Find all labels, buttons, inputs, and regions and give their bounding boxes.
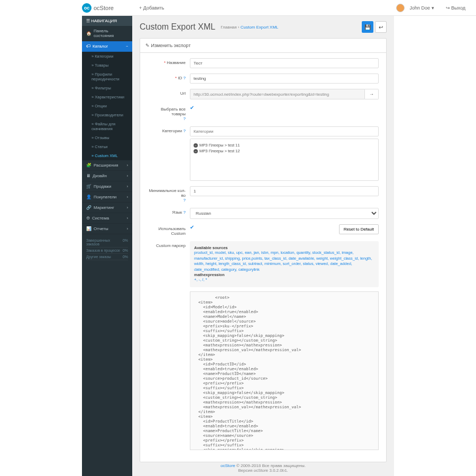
category-item[interactable]: −МРЗ Плееры > test 12 [194,148,375,154]
sidebar-sub-item[interactable]: » Товары [82,61,132,70]
sidebar-title: ☰ НАВИГАЦИЯ [82,16,132,26]
reset-default-button[interactable]: Reset to Default [339,224,379,234]
logo-text: ocStore [94,5,114,11]
breadcrumb-current[interactable]: Custom Export XML [241,25,279,30]
panel-title: ✎ Изменить экспорт [140,39,386,53]
sidebar-item-sales[interactable]: 🛒 Продажи› [82,181,132,192]
min-qty-input[interactable] [190,186,379,196]
sidebar-item-dashboard[interactable]: 🏠 Панель состояния [82,26,132,41]
sidebar-stat-row: Другие заказы0% [86,254,128,260]
sidebar-item-customers[interactable]: 👤 Покупатели› [82,192,132,203]
breadcrumb: Главная › Custom Export XML [221,25,278,30]
name-input[interactable] [190,58,379,68]
back-button[interactable]: ↩ [375,21,387,33]
footer: ocStore © 2009-2018 Все права защищены. … [132,463,394,473]
categories-label: Категории ? [148,126,190,133]
sidebar-sub-item[interactable]: » Категории [82,52,132,61]
parser-label: Custom парсер [148,241,190,248]
use-custom-checkbox[interactable]: ✔ [190,224,194,230]
sidebar-sub-item[interactable]: » Статьи [82,142,132,151]
footer-link[interactable]: ocStore [221,463,235,468]
logout-link[interactable]: ↪ Выход [446,5,465,11]
sidebar-sub-item[interactable]: » Профили периодичности [82,70,132,84]
name-label: * Название [148,58,190,65]
topbar: + Добавить John Doe ▾ ↪ Выход [82,0,476,16]
sidebar-sub-item[interactable]: » Фильтры [82,84,132,93]
breadcrumb-home[interactable]: Главная [221,25,236,30]
id-label: * ID ? [148,74,190,80]
sidebar-sub-item[interactable]: » Производители [82,111,132,120]
edit-panel: ✎ Изменить экспорт * Название * ID ? Url… [140,38,387,462]
main-content: Custom Export XML Главная › Custom Expor… [132,16,394,476]
use-custom-label: Использовать Custom [148,224,190,236]
sources-info: Available sources product_id, model, sku… [190,241,379,287]
select-all-checkbox[interactable]: ✔ [190,105,194,111]
categories-list: −МРЗ Плееры > test 11−МРЗ Плееры > test … [190,139,379,181]
logo[interactable]: oc ocStore [82,0,135,16]
sidebar-item-design[interactable]: 🖥 Дизайн› [82,171,132,181]
sidebar-stat-row: Завершенных заказов0% [86,237,128,248]
sidebar-item-system[interactable]: ⚙ Система› [82,213,132,224]
url-label: Url [148,89,190,96]
sidebar-item-catalog[interactable]: 🏷 Каталог− [82,41,132,52]
sidebar-stat-row: Заказов в процессе0% [86,248,128,254]
add-button[interactable]: + Добавить [139,5,164,11]
sidebar-sub-item[interactable]: » Опции [82,102,132,111]
select-all-label: Выбрать все товары? [148,105,190,121]
sidebar: ☰ НАВИГАЦИЯ 🏠 Панель состояния 🏷 Каталог… [82,16,132,476]
sidebar-item-reports[interactable]: 📊 Отчеты› [82,224,132,234]
sidebar-sub-item[interactable]: » Отзывы [82,133,132,142]
sidebar-stats: Завершенных заказов0%Заказов в процессе0… [82,234,132,263]
id-input[interactable] [190,74,379,84]
sidebar-item-marketing[interactable]: 🔗 Маркетинг› [82,203,132,213]
user-menu[interactable]: John Doe ▾ [410,5,434,11]
sidebar-sub-item[interactable]: » Custom XML [82,151,132,160]
sidebar-item-extensions[interactable]: 🧩 Расширения› [82,160,132,171]
sidebar-sub-item[interactable]: » Характеристики [82,93,132,102]
lang-label: Язык ? [148,208,190,215]
url-go-button[interactable]: → [365,89,379,99]
categories-input[interactable] [190,126,379,136]
page-title: Custom Export XML [140,22,215,32]
avatar[interactable] [396,4,405,12]
logo-icon: oc [82,3,91,13]
lang-select[interactable]: Russian [190,208,379,219]
save-button[interactable]: 💾 [362,21,373,33]
sidebar-sub-item[interactable]: » Файлы для скачивания [82,120,132,133]
xml-textarea[interactable] [190,291,379,450]
category-item[interactable]: −МРЗ Плееры > test 11 [194,142,375,148]
url-input [190,89,365,99]
min-qty-label: Минимальное кол-во? [148,186,190,203]
